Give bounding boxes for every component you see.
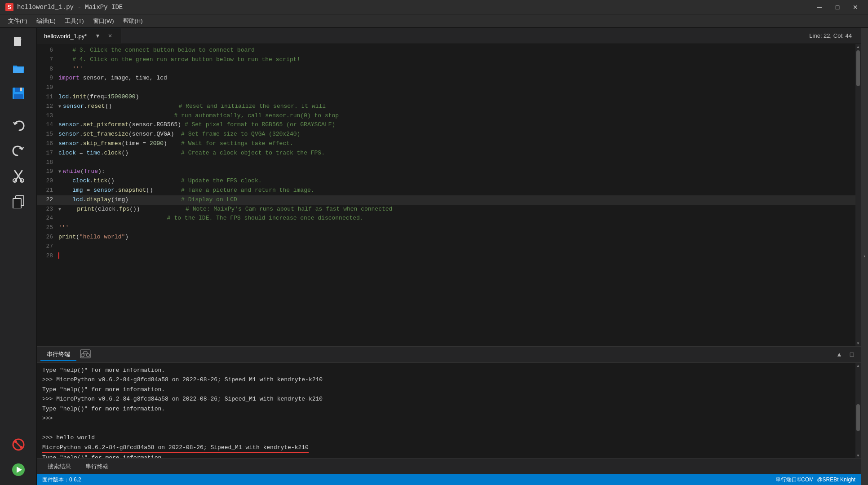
terminal-content[interactable]: Type "help()" for more information. >>> … bbox=[37, 363, 855, 458]
code-line-18: 18 bbox=[37, 158, 855, 168]
terminal-panel: 串行终端 ▲ □ bbox=[37, 346, 861, 485]
term-line-3: Type "help()" for more information. bbox=[42, 385, 850, 394]
line-col-info: Line: 22, Col: 44 bbox=[809, 32, 852, 39]
term-line-9: MicroPython v0.6.2-84-g8fcd84a58 on 2022… bbox=[42, 443, 850, 453]
status-serial: 串行端口©COM @SREBt Knight bbox=[775, 476, 855, 484]
code-line-20: 20 clock.tick() # Update the FPS clock. bbox=[37, 176, 855, 186]
terminal-icon[interactable] bbox=[80, 349, 91, 360]
code-line-10: 10 bbox=[37, 83, 855, 93]
svg-rect-5 bbox=[20, 88, 22, 91]
code-line-15: 15 sensor.set_framesize(sensor.QVGA) # S… bbox=[37, 130, 855, 139]
editor-area: 6 # 3. Click the connect button below to… bbox=[37, 44, 861, 485]
app-icon: S bbox=[5, 3, 13, 11]
term-line-7 bbox=[42, 423, 850, 433]
term-line-5: Type "help()" for more information. bbox=[42, 404, 850, 414]
redo-button[interactable] bbox=[6, 139, 31, 163]
svg-point-15 bbox=[14, 441, 17, 443]
term-line-2: >>> MicroPython v0.6.2-84-g8fcd84a58 on … bbox=[42, 375, 850, 384]
collapse-arrow-19[interactable]: ▼ bbox=[58, 168, 61, 177]
term-line-1: Type "help()" for more information. bbox=[42, 366, 850, 375]
menu-window[interactable]: 窗口(W) bbox=[89, 15, 119, 27]
scroll-up-arrow[interactable]: ▲ bbox=[855, 44, 861, 49]
term-line-8: >>> hello world bbox=[42, 433, 850, 442]
left-toolbar bbox=[0, 28, 37, 485]
code-line-11: 11 lcd.init(freq=15000000) bbox=[37, 93, 855, 102]
code-line-21: 21 img = sensor.snapshot() # Take a pict… bbox=[37, 186, 855, 195]
code-line-12: 12 ▼sensor.reset() # Reset and initializ… bbox=[37, 102, 855, 111]
svg-rect-1 bbox=[14, 37, 19, 40]
title-text: helloworld_1.py - MaixPy IDE bbox=[17, 4, 123, 11]
svg-rect-12 bbox=[13, 198, 21, 208]
tab-filename: helloworld_1.py* bbox=[44, 33, 87, 40]
minimize-button[interactable]: ─ bbox=[812, 0, 827, 14]
status-firmware: 固件版本：0.6.2 bbox=[42, 476, 81, 484]
new-file-button[interactable] bbox=[6, 31, 31, 55]
cut-button[interactable] bbox=[6, 164, 31, 188]
code-line-23: 23 ▼ print(clock.fps()) # Note: MaixPy's… bbox=[37, 205, 855, 214]
term-scroll-down-arrow[interactable]: ▼ bbox=[855, 453, 861, 458]
connect-button[interactable] bbox=[6, 433, 31, 456]
scroll-thumb[interactable] bbox=[856, 50, 860, 86]
svg-point-16 bbox=[20, 446, 22, 449]
window-controls: ─ □ ✕ bbox=[812, 0, 863, 14]
status-bar: 固件版本：0.6.2 串行端口©COM @SREBt Knight bbox=[37, 474, 861, 485]
editor-lines[interactable]: 6 # 3. Click the connect button below to… bbox=[37, 44, 855, 346]
main-layout: helloworld_1.py* ▼ ✕ Line: 22, Col: 44 6… bbox=[0, 28, 868, 485]
menu-tools[interactable]: 工具(T) bbox=[60, 15, 89, 27]
tab-dropdown-icon[interactable]: ▼ bbox=[92, 31, 103, 41]
code-line-19: 19 ▼while(True): bbox=[37, 167, 855, 176]
undo-button[interactable] bbox=[6, 114, 31, 137]
copy-button[interactable] bbox=[6, 190, 31, 213]
serial-terminal-tab[interactable]: 串行终端 bbox=[40, 348, 76, 361]
code-line-6: 6 # 3. Click the connect button below to… bbox=[37, 46, 855, 55]
code-line-25: 25 ''' bbox=[37, 223, 855, 233]
term-line-4: >>> MicroPython v0.6.2-84-g8fcd84a58 on … bbox=[42, 394, 850, 404]
term-scroll-thumb[interactable] bbox=[856, 404, 860, 431]
titlebar: S helloworld_1.py - MaixPy IDE ─ □ ✕ bbox=[0, 0, 868, 14]
content-area: helloworld_1.py* ▼ ✕ Line: 22, Col: 44 6… bbox=[37, 28, 861, 485]
collapse-arrow-23[interactable]: ▼ bbox=[58, 205, 61, 215]
svg-rect-6 bbox=[14, 94, 23, 99]
close-tab-button[interactable]: ✕ bbox=[106, 32, 114, 40]
code-line-24: 24 # to the IDE. The FPS should increase… bbox=[37, 214, 855, 223]
svg-rect-4 bbox=[15, 88, 20, 92]
code-line-8: 8 ''' bbox=[37, 65, 855, 74]
code-line-9: 9 import sensor, image, time, lcd bbox=[37, 74, 855, 83]
editor-tab[interactable]: helloworld_1.py* ▼ ✕ bbox=[37, 28, 121, 44]
tab-bar: helloworld_1.py* ▼ ✕ Line: 22, Col: 44 bbox=[37, 28, 861, 44]
code-line-22: 22 lcd.display(img) # Display on LCD bbox=[37, 195, 855, 205]
open-folder-button[interactable] bbox=[6, 57, 31, 80]
code-line-7: 7 # 4. Click on the green run arrow butt… bbox=[37, 55, 855, 65]
term-highlighted-text: MicroPython v0.6.2-84-g8fcd84a58 on 2022… bbox=[42, 443, 309, 453]
term-line-6: >>> bbox=[42, 414, 850, 423]
menu-help[interactable]: 帮助(H) bbox=[119, 15, 147, 27]
term-scroll-up-arrow[interactable]: ▲ bbox=[855, 363, 861, 368]
bottom-tabs: 搜索结果 串行终端 bbox=[37, 458, 861, 474]
maximize-button[interactable]: □ bbox=[830, 0, 845, 14]
menubar: 文件(F) 编辑(E) 工具(T) 窗口(W) 帮助(H) bbox=[0, 14, 868, 28]
editor-scrollbar[interactable]: ▲ ▼ bbox=[855, 44, 861, 346]
terminal-expand-button[interactable]: ▲ bbox=[834, 349, 845, 360]
terminal-controls: ▲ □ bbox=[834, 349, 857, 360]
code-line-27: 27 bbox=[37, 242, 855, 251]
terminal-scrollbar[interactable]: ▲ ▼ bbox=[855, 363, 861, 458]
close-button[interactable]: ✕ bbox=[848, 0, 863, 14]
term-line-10: Type "help()" for more information. bbox=[42, 453, 850, 458]
code-line-26: 26 print("hello world") bbox=[37, 233, 855, 242]
search-results-tab[interactable]: 搜索结果 bbox=[40, 461, 78, 472]
scroll-down-arrow[interactable]: ▼ bbox=[855, 340, 861, 346]
code-line-14: 14 sensor.set_pixformat(sensor.RGB565) #… bbox=[37, 120, 855, 130]
terminal-tabs: 串行终端 ▲ □ bbox=[37, 347, 861, 363]
serial-terminal-bottom-tab[interactable]: 串行终端 bbox=[78, 461, 116, 472]
save-button[interactable] bbox=[6, 82, 31, 105]
menu-file[interactable]: 文件(F) bbox=[4, 15, 32, 27]
code-line-16: 16 sensor.skip_frames(time = 2000) # Wai… bbox=[37, 139, 855, 149]
code-line-13: 13 # run automatically, call sensor.run(… bbox=[37, 111, 855, 121]
run-button[interactable] bbox=[6, 458, 31, 481]
collapse-arrow-12[interactable]: ▼ bbox=[58, 102, 61, 112]
code-line-28: 28 bbox=[37, 251, 855, 261]
editor-container: 6 # 3. Click the connect button below to… bbox=[37, 44, 861, 346]
terminal-maximize-button[interactable]: □ bbox=[846, 349, 857, 360]
menu-edit[interactable]: 编辑(E) bbox=[32, 15, 60, 27]
right-edge-arrow[interactable]: › bbox=[861, 28, 868, 485]
